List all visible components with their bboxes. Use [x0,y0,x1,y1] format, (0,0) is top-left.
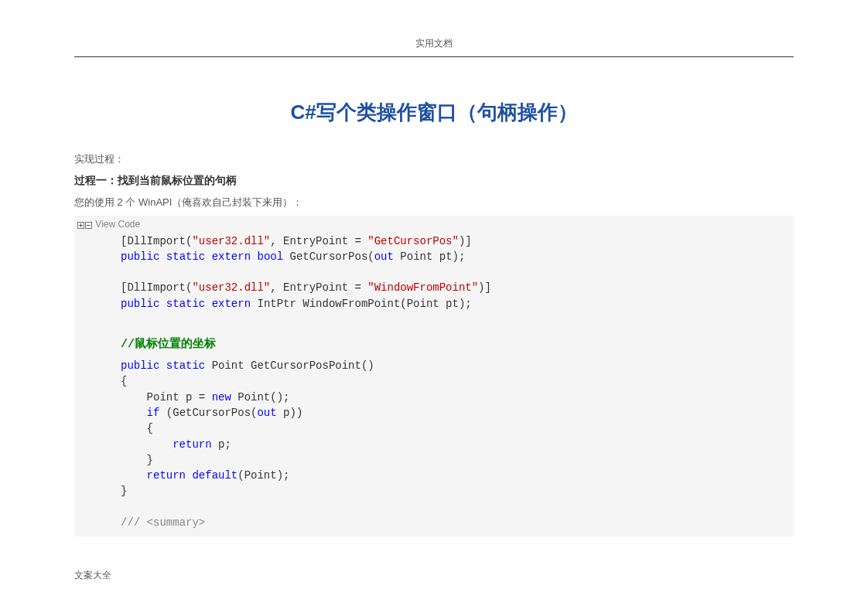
code-block: View Code [DllImport("user32.dll", Entry… [74,216,794,536]
code-line-blank-3 [74,499,794,515]
code-line-6: { [74,373,794,389]
step-title-1: 过程一：找到当前鼠标位置的句柄 [74,174,794,188]
code-line-4: public static extern IntPtr WindowFromPo… [74,296,794,312]
collapse-icon[interactable] [85,222,92,229]
code-line-5: public static Point GetCursorPosPoint() [74,358,794,373]
code-line-9: { [74,421,794,436]
intro-line-2: 您的使用 2 个 WinAPI（俺喜欢自己封装下来用）： [74,194,794,211]
expand-icon[interactable] [77,222,84,229]
code-line-12: return default(Point); [74,468,794,483]
code-line-7: Point p = new Point(); [74,390,794,405]
code-line-14: /// <summary> [74,515,794,530]
code-line-1: [DllImport("user32.dll", EntryPoint = "G… [74,233,794,249]
view-code-label: View Code [95,219,140,230]
page-title: C#写个类操作窗口（句柄操作） [74,99,794,126]
code-line-11: } [74,452,794,468]
code-line-blank-1 [74,264,794,280]
code-line-10: return p; [74,437,794,452]
footer-label: 文案大全 [74,569,111,582]
view-code-row: View Code [74,216,794,233]
header-label: 实用文档 [74,37,794,53]
code-line-13: } [74,483,794,499]
code-comment: //鼠标位置的坐标 [74,336,794,353]
intro-line-1: 实现过程： [74,151,794,168]
code-line-2: public static extern bool GetCursorPos(o… [74,249,794,264]
code-line-3: [DllImport("user32.dll", EntryPoint = "W… [74,280,794,295]
code-line-blank-2 [74,312,794,327]
header-rule [74,56,794,57]
code-line-8: if (GetCursorPos(out p)) [74,405,794,421]
